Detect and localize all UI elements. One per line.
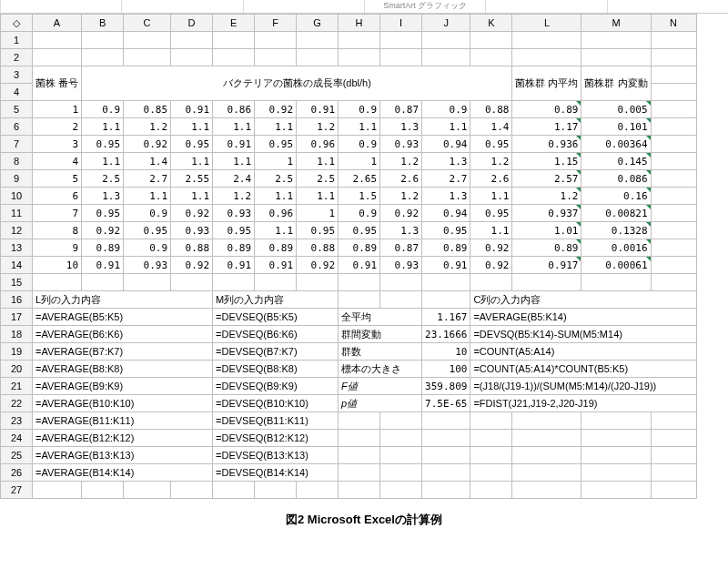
- cell[interactable]: [339, 274, 380, 291]
- cell[interactable]: [33, 274, 82, 291]
- formula-M[interactable]: =DEVSEQ(B8:K8): [213, 361, 339, 378]
- cell[interactable]: 0.92: [124, 136, 171, 153]
- cell[interactable]: 1.3: [422, 188, 470, 205]
- row-header[interactable]: 15: [1, 274, 33, 291]
- row-header[interactable]: 16: [1, 291, 33, 309]
- cell[interactable]: 0.937: [512, 205, 581, 222]
- cell[interactable]: [651, 222, 696, 239]
- cell[interactable]: [651, 239, 696, 257]
- cell[interactable]: 0.005: [581, 101, 651, 118]
- cell[interactable]: [124, 482, 171, 499]
- cell[interactable]: [512, 274, 581, 291]
- col-C[interactable]: C: [124, 15, 171, 32]
- cell[interactable]: 0.87: [380, 239, 422, 257]
- cell[interactable]: [171, 274, 213, 291]
- cell[interactable]: 0.9: [82, 101, 124, 118]
- formula-M[interactable]: =DEVSEQ(B12:K12): [213, 430, 339, 447]
- cell[interactable]: 1.2: [512, 188, 581, 205]
- row-header[interactable]: 22: [1, 395, 33, 412]
- cell[interactable]: [512, 430, 581, 447]
- cell[interactable]: 9: [33, 239, 82, 257]
- cell[interactable]: 0.9: [339, 101, 380, 118]
- cell[interactable]: [33, 49, 82, 66]
- cell[interactable]: 0.936: [512, 136, 581, 153]
- cell[interactable]: 1.1: [171, 153, 213, 170]
- cell[interactable]: [124, 32, 171, 49]
- cell[interactable]: 0.89: [213, 239, 255, 257]
- cell[interactable]: 1.4: [470, 118, 512, 136]
- cell[interactable]: [651, 188, 696, 205]
- cell[interactable]: 0.917: [512, 257, 581, 274]
- formula-M[interactable]: =DEVSEQ(B13:K13): [213, 447, 339, 464]
- row-header[interactable]: 17: [1, 309, 33, 326]
- cell[interactable]: 0.89: [512, 101, 581, 118]
- cell[interactable]: [339, 412, 380, 430]
- cell[interactable]: 0.92: [380, 205, 422, 222]
- cell[interactable]: [651, 257, 696, 274]
- cell[interactable]: [512, 32, 581, 49]
- cell[interactable]: 6: [33, 188, 82, 205]
- cell[interactable]: [651, 153, 696, 170]
- formula-L[interactable]: =AVERAGE(B5:K5): [33, 309, 213, 326]
- cell[interactable]: 1: [297, 205, 339, 222]
- cell[interactable]: 0.89: [512, 239, 581, 257]
- cell[interactable]: [581, 274, 651, 291]
- cell[interactable]: [422, 49, 470, 66]
- cell[interactable]: [380, 49, 422, 66]
- cell[interactable]: [380, 274, 422, 291]
- cell[interactable]: [651, 49, 696, 66]
- spreadsheet[interactable]: ◇ A B C D E F G H I J K L M N 123菌株 番号バク…: [0, 14, 697, 499]
- col-D[interactable]: D: [171, 15, 213, 32]
- formula-L[interactable]: =AVERAGE(B7:K7): [33, 343, 213, 361]
- row-header[interactable]: 27: [1, 482, 33, 499]
- cell[interactable]: 1: [339, 153, 380, 170]
- row-header[interactable]: 6: [1, 118, 33, 136]
- cell[interactable]: 1.2: [380, 188, 422, 205]
- cell[interactable]: 2.5: [255, 170, 297, 188]
- formula-L[interactable]: =AVERAGE(B6:K6): [33, 326, 213, 343]
- cell[interactable]: 1.3: [82, 188, 124, 205]
- cell[interactable]: [213, 482, 255, 499]
- row-header[interactable]: 4: [1, 84, 33, 101]
- row-header[interactable]: 5: [1, 101, 33, 118]
- hdr-strain[interactable]: 菌株 番号: [33, 66, 82, 101]
- cell[interactable]: [470, 274, 512, 291]
- cell[interactable]: 1.1: [255, 188, 297, 205]
- cell[interactable]: 0.92: [82, 222, 124, 239]
- cell[interactable]: [339, 447, 380, 464]
- cell[interactable]: [171, 482, 213, 499]
- row-header[interactable]: 13: [1, 239, 33, 257]
- cell[interactable]: 0.93: [380, 257, 422, 274]
- cell[interactable]: [380, 412, 422, 430]
- cell[interactable]: 0.93: [213, 205, 255, 222]
- stat-label[interactable]: F値: [339, 378, 422, 395]
- cell[interactable]: 1.2: [124, 118, 171, 136]
- cell[interactable]: [651, 412, 696, 430]
- cell[interactable]: [581, 32, 651, 49]
- col-I[interactable]: I: [380, 15, 422, 32]
- select-all[interactable]: ◇: [1, 15, 33, 32]
- row-header[interactable]: 12: [1, 222, 33, 239]
- cell[interactable]: 0.91: [339, 257, 380, 274]
- cell[interactable]: 0.95: [339, 222, 380, 239]
- row-header[interactable]: 11: [1, 205, 33, 222]
- cell[interactable]: 0.101: [581, 118, 651, 136]
- cell[interactable]: 0.0016: [581, 239, 651, 257]
- stat-formula[interactable]: =COUNT(A5:A14): [470, 343, 696, 361]
- cell[interactable]: 0.91: [255, 257, 297, 274]
- cell[interactable]: 0.93: [124, 257, 171, 274]
- stat-label[interactable]: 全平均: [339, 309, 422, 326]
- cell[interactable]: 2.4: [213, 170, 255, 188]
- cell[interactable]: [470, 447, 512, 464]
- cell[interactable]: 1.2: [470, 153, 512, 170]
- cell[interactable]: 1.3: [422, 153, 470, 170]
- row-header[interactable]: 23: [1, 412, 33, 430]
- cell[interactable]: 2.55: [171, 170, 213, 188]
- cell[interactable]: 0.00821: [581, 205, 651, 222]
- cell[interactable]: 0.00364: [581, 136, 651, 153]
- col-G[interactable]: G: [297, 15, 339, 32]
- cell[interactable]: 1.1: [297, 153, 339, 170]
- cell[interactable]: 0.92: [297, 257, 339, 274]
- cell[interactable]: 0.88: [171, 239, 213, 257]
- row-header[interactable]: 14: [1, 257, 33, 274]
